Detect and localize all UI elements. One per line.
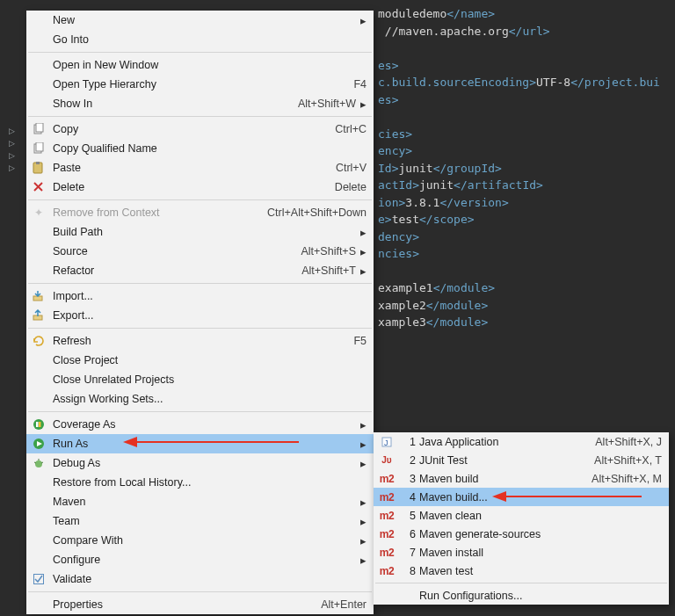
submenu-item-maven-clean[interactable]: m2 5 Maven clean <box>374 506 669 525</box>
menu-item-new[interactable]: New▸ <box>26 11 374 30</box>
copy-icon <box>30 122 47 136</box>
submenu-item-maven-build[interactable]: m2 3 Maven build Alt+Shift+X, M <box>374 469 669 488</box>
refresh-icon <box>30 334 47 348</box>
menu-item-copy-qualified-name[interactable]: Copy Qualified Name <box>26 139 374 158</box>
menu-item-close-unrelated[interactable]: Close Unrelated Projects <box>26 370 374 389</box>
menu-item-delete[interactable]: Delete Delete <box>26 178 374 197</box>
menu-item-close-project[interactable]: Close Project <box>26 351 374 370</box>
project-tree-gutter[interactable]: ▷ ▷ ▷ ▷ <box>0 0 26 616</box>
maven-icon: m2 <box>377 527 396 541</box>
menu-item-compare-with[interactable]: Compare With▸ <box>26 531 374 550</box>
maven-icon: m2 <box>377 490 396 504</box>
svg-rect-1 <box>36 123 43 132</box>
menu-item-run-as[interactable]: Run As▸ <box>26 434 374 453</box>
tree-expand-icon[interactable]: ▷ <box>0 135 26 148</box>
menu-item-restore-history[interactable]: Restore from Local History... <box>26 473 374 492</box>
run-icon <box>30 437 47 451</box>
menu-item-refactor[interactable]: Refactor Alt+Shift+T▸ <box>26 261 374 280</box>
tree-expand-icon[interactable]: ▷ <box>0 160 26 172</box>
menu-item-source[interactable]: Source Alt+Shift+S▸ <box>26 242 374 261</box>
svg-rect-11 <box>36 422 39 427</box>
menu-item-maven[interactable]: Maven▸ <box>26 492 374 511</box>
delete-icon <box>30 180 47 194</box>
svg-rect-12 <box>39 422 41 427</box>
svg-rect-3 <box>36 142 43 151</box>
menu-item-go-into[interactable]: Go Into <box>26 30 374 49</box>
menu-item-export[interactable]: Export... <box>26 306 374 325</box>
menu-item-debug-as[interactable]: Debug As▸ <box>26 453 374 473</box>
submenu-item-maven-install[interactable]: m2 7 Maven install <box>374 543 669 562</box>
menu-item-show-in[interactable]: Show In Alt+Shift+W▸ <box>26 94 374 113</box>
menu-item-configure[interactable]: Configure▸ <box>26 550 374 569</box>
import-icon <box>30 289 47 303</box>
menu-item-assign-working-sets[interactable]: Assign Working Sets... <box>26 389 374 409</box>
maven-icon: m2 <box>377 564 396 578</box>
copy-qname-icon <box>30 141 47 156</box>
maven-icon: m2 <box>377 546 396 560</box>
menu-item-build-path[interactable]: Build Path▸ <box>26 222 374 242</box>
coverage-icon <box>30 417 47 431</box>
maven-icon: m2 <box>377 472 396 486</box>
paste-icon <box>30 161 47 175</box>
menu-item-import[interactable]: Import... <box>26 286 374 306</box>
junit-icon: Jυ <box>377 453 396 467</box>
java-app-icon: J <box>377 435 396 449</box>
menu-item-refresh[interactable]: Refresh F5 <box>26 331 374 351</box>
submenu-item-java-application[interactable]: J 1 Java Application Alt+Shift+X, J <box>374 432 669 451</box>
svg-text:J: J <box>384 438 388 447</box>
menu-item-open-new-window[interactable]: Open in New Window <box>26 55 374 75</box>
run-as-submenu: J 1 Java Application Alt+Shift+X, J Jυ 2… <box>374 432 669 605</box>
export-icon <box>30 308 47 322</box>
tree-expand-icon[interactable]: ▷ <box>0 148 26 160</box>
menu-item-copy[interactable]: Copy Ctrl+C <box>26 120 374 139</box>
submenu-item-maven-generate-sources[interactable]: m2 6 Maven generate-sources <box>374 525 669 543</box>
remove-context-icon: ✦ <box>30 206 47 220</box>
submenu-item-maven-build-ellipsis[interactable]: m2 4 Maven build... <box>374 488 669 506</box>
debug-icon <box>30 456 47 470</box>
validate-icon <box>30 572 47 586</box>
submenu-item-junit-test[interactable]: Jυ 2 JUnit Test Alt+Shift+X, T <box>374 451 669 469</box>
menu-item-validate[interactable]: Validate <box>26 569 374 589</box>
menu-item-paste[interactable]: Paste Ctrl+V <box>26 158 374 178</box>
submenu-item-run-configurations[interactable]: Run Configurations... <box>374 586 669 605</box>
maven-icon: m2 <box>377 509 396 523</box>
menu-item-remove-from-context: ✦ Remove from Context Ctrl+Alt+Shift+Dow… <box>26 203 374 222</box>
submenu-item-maven-test[interactable]: m2 8 Maven test <box>374 562 669 580</box>
menu-item-team[interactable]: Team▸ <box>26 511 374 531</box>
menu-item-open-type-hierarchy[interactable]: Open Type Hierarchy F4 <box>26 75 374 94</box>
menu-item-properties[interactable]: Properties Alt+Enter <box>26 595 374 614</box>
menu-item-coverage-as[interactable]: Coverage As▸ <box>26 415 374 434</box>
svg-rect-5 <box>36 162 40 164</box>
tree-expand-icon[interactable]: ▷ <box>0 123 26 135</box>
context-menu: New▸ Go Into Open in New Window Open Typ… <box>26 11 374 614</box>
svg-point-14 <box>35 460 42 467</box>
